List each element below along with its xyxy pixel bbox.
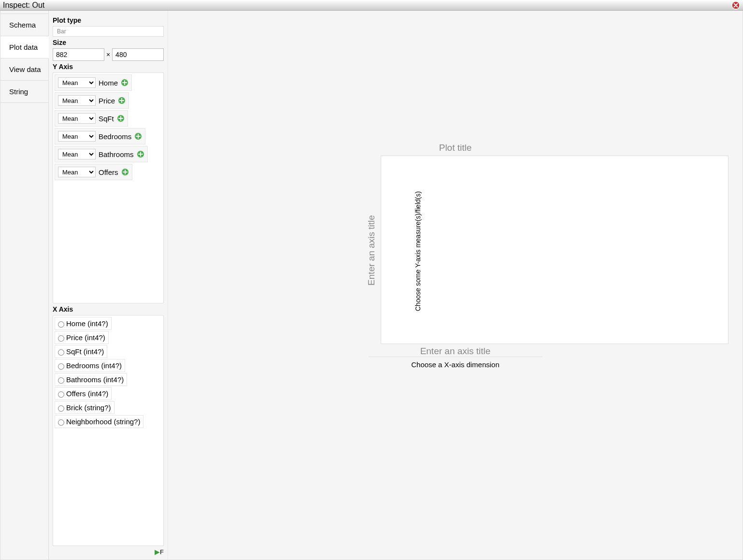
y-axis-hint: Choose some Y-axis measure(s)/field(s) [414,191,422,311]
yaxis-box: Mean Home Mean Price Mean SqFt Mean Bedr… [53,72,164,303]
y-item-offers[interactable]: Mean Offers [55,164,132,180]
plot-type-label: Plot type [53,16,164,24]
y-field-label: Bathrooms [99,150,134,158]
y-field-label: Home [99,79,118,87]
y-agg-select[interactable]: Mean [58,131,96,142]
y-item-bedrooms[interactable]: Mean Bedrooms [55,128,145,144]
plus-icon[interactable] [137,150,144,158]
plot-type-input[interactable] [53,26,164,37]
plot-title-input[interactable] [383,143,528,153]
x-item-price[interactable]: Price (int4?) [55,331,109,344]
tab-plot-data[interactable]: Plot data [0,36,49,58]
x-axis-title-input[interactable] [369,346,543,357]
xaxis-box: Home (int4?) Price (int4?) SqFt (int4?) … [53,315,164,546]
size-height-input[interactable] [112,48,164,61]
y-agg-select[interactable]: Mean [58,167,96,177]
tab-view-data[interactable]: View data [0,58,48,81]
x-item-bedrooms[interactable]: Bedrooms (int4?) [55,359,125,372]
y-field-label: Bedrooms [99,132,131,141]
x-item-neighborhood[interactable]: Neighborhood (string?) [55,415,143,428]
size-times: × [106,51,110,58]
x-radio[interactable] [58,363,64,370]
main-container: Schema Plot data View data String Plot t… [0,11,743,560]
x-item-home[interactable]: Home (int4?) [55,317,112,330]
y-field-label: Price [99,97,115,105]
y-item-home[interactable]: Mean Home [55,74,132,91]
config-footer: ▶F [53,546,164,556]
x-radio[interactable] [58,405,64,412]
size-row: × [53,48,164,61]
footer-f-label: F [160,548,164,556]
x-item-offers[interactable]: Offers (int4?) [55,387,112,400]
tab-string[interactable]: String [0,81,48,103]
sidebar: Schema Plot data View data String [0,11,49,560]
y-field-label: SqFt [99,115,114,123]
xaxis-label: X Axis [53,305,164,313]
size-label: Size [53,39,164,46]
y-agg-select[interactable]: Mean [58,113,96,124]
y-item-bathrooms[interactable]: Mean Bathrooms [55,146,148,162]
x-radio[interactable] [58,335,64,342]
y-axis-title-input[interactable] [366,209,377,291]
x-item-brick[interactable]: Brick (string?) [55,401,114,414]
y-agg-select[interactable]: Mean [58,77,96,88]
plus-icon[interactable] [117,115,125,122]
plus-icon[interactable] [118,97,126,104]
x-radio[interactable] [58,321,64,328]
x-radio[interactable] [58,349,64,356]
window-title: Inspect: Out [3,1,44,10]
plot-canvas [381,156,729,344]
x-radio[interactable] [58,391,64,398]
y-field-label: Offers [99,168,118,176]
config-panel: Plot type Size × Y Axis Mean Home Mean P… [49,11,168,560]
x-radio[interactable] [58,377,64,384]
plus-icon[interactable] [121,79,129,86]
y-agg-select[interactable]: Mean [58,149,96,159]
x-item-sqft[interactable]: SqFt (int4?) [55,345,107,358]
titlebar: Inspect: Out [0,0,743,11]
x-radio[interactable] [58,419,64,426]
y-item-sqft[interactable]: Mean SqFt [55,110,128,127]
x-item-bathrooms[interactable]: Bathrooms (int4?) [55,373,127,386]
x-axis-hint: Choose a X-axis dimension [411,360,500,369]
yaxis-label: Y Axis [53,63,164,71]
tab-schema[interactable]: Schema [0,14,48,36]
plus-icon[interactable] [134,132,142,140]
y-item-price[interactable]: Mean Price [55,92,129,109]
play-icon[interactable]: ▶ [155,548,160,556]
close-icon[interactable] [731,1,740,10]
y-agg-select[interactable]: Mean [58,95,96,106]
plot-area: Choose some Y-axis measure(s)/field(s) C… [168,11,743,560]
plus-icon[interactable] [121,168,129,176]
size-width-input[interactable] [53,48,104,61]
